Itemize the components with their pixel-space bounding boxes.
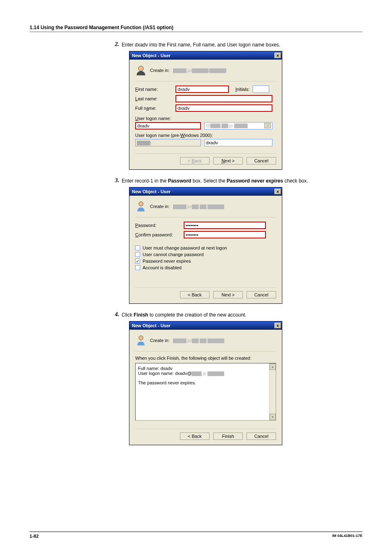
step-4: 4. Click Finish to complete the creation… (112, 311, 362, 319)
close-icon[interactable]: × (274, 189, 281, 194)
back-button: < Back (180, 157, 210, 164)
dialog-new-object-user-3: New Object - User × Create in: ▇▇▇▇.jp/▇… (129, 321, 282, 445)
initials-label: Initials: (235, 87, 249, 92)
cancel-button[interactable]: Cancel (247, 157, 276, 164)
checkbox-label: User must change password at next logon (143, 245, 227, 250)
step-3: 3. Enter record-1 in the Password box. S… (112, 177, 362, 185)
pre2000-input[interactable] (204, 139, 272, 146)
dialog-title: New Object - User (132, 53, 171, 58)
user-torso-icon (135, 201, 147, 212)
titlebar: New Object - User × (129, 51, 282, 60)
page-footer: 1-82 IM 04L41B01-17E (30, 532, 362, 539)
summary-line-1: Full name: dxadv (138, 366, 273, 371)
checkbox-label: User cannot change password (143, 252, 204, 257)
last-name-input[interactable] (175, 95, 272, 102)
summary-intro: When you click Finish, the following obj… (135, 356, 276, 361)
checkbox-icon (135, 265, 140, 270)
dialog-title: New Object - User (132, 189, 171, 194)
t: ▇▇▇.jp.▇▇▇▇▇ (191, 371, 224, 376)
titlebar: New Object - User × (129, 321, 282, 330)
create-in-path: ▇▇▇▇.jp/▇▇ ▇▇ ▇▇▇▇▇ (173, 204, 224, 209)
scroll-down-icon[interactable]: ▼ (270, 414, 276, 420)
step-number: 2. (112, 41, 122, 49)
pre2000-prefix (135, 139, 201, 146)
page-number: 1-82 (30, 534, 39, 539)
first-name-label: First name: (135, 87, 172, 92)
create-in-path: ▇▇▇▇.jp/▇▇ ▇▇ ▇▇▇▇▇ (173, 338, 224, 343)
cancel-button[interactable]: Cancel (247, 432, 276, 440)
back-button[interactable]: < Back (180, 432, 210, 440)
next-button[interactable]: Next > (213, 291, 243, 298)
step-2: 2. Enter dxadv into the First name, Full… (112, 41, 362, 49)
t: box. Select the (191, 178, 226, 184)
checkbox-icon (135, 245, 140, 250)
create-in-label: Create in: (150, 68, 170, 73)
scrollbar[interactable]: ▲ ▼ (269, 363, 276, 420)
checkbox-never-expires[interactable]: ✔ Password never expires (135, 259, 276, 264)
user-head-icon (135, 65, 147, 76)
confirm-password-input[interactable] (184, 231, 266, 238)
t: check box. (283, 178, 308, 184)
titlebar: New Object - User × (129, 187, 282, 196)
section-heading: 1.14 Using the Password Management Funct… (30, 25, 362, 32)
create-in-label: Create in: (150, 204, 170, 209)
password-input[interactable] (184, 222, 266, 229)
t: Click (122, 312, 134, 318)
password-label: Password: (135, 223, 180, 228)
t: Password (168, 178, 191, 184)
dialog-title: New Object - User (132, 323, 171, 328)
initials-input[interactable] (253, 86, 269, 93)
first-name-input[interactable] (175, 86, 229, 93)
checkbox-icon (135, 252, 140, 257)
checkbox-disabled[interactable]: Account is disabled (135, 265, 276, 270)
summary-box: Full name: dxadv User logon name: dxadv@… (135, 363, 276, 421)
step-text: Enter record-1 in the Password box. Sele… (122, 177, 362, 185)
full-name-label: Full name: (135, 106, 172, 111)
cancel-button[interactable]: Cancel (247, 291, 276, 298)
user-logon-label: User logon name: (135, 116, 276, 121)
svg-point-0 (138, 66, 143, 71)
user-torso-icon (135, 335, 147, 346)
close-icon[interactable]: × (274, 323, 281, 328)
close-icon[interactable]: × (274, 53, 281, 58)
step-text: Enter dxadv into the First name, Full na… (122, 41, 362, 49)
dialog-new-object-user-1: New Object - User × Create in: ▇▇▇▇.jp/▇… (129, 51, 282, 170)
checkbox-label: Password never expires (143, 259, 191, 264)
t: Enter record-1 in the (122, 178, 168, 184)
svg-point-2 (139, 336, 143, 340)
finish-button[interactable]: Finish (213, 432, 243, 440)
t: Password never expires (227, 178, 283, 184)
svg-point-1 (139, 202, 143, 206)
summary-line-3: The password never expires. (138, 380, 273, 385)
summary-line-2: User logon name: dxadv@▇▇▇.jp.▇▇▇▇▇ (138, 371, 273, 376)
checkbox-checked-icon: ✔ (135, 259, 140, 264)
last-name-label: Last name: (135, 96, 172, 101)
t: User logon name: dxadv@ (138, 371, 191, 376)
t: to complete the creation of the new acco… (148, 312, 247, 318)
create-in-path: ▇▇▇▇.jp/▇▇▇▇▇/▇▇▇▇▇ (173, 68, 226, 73)
user-logon-input[interactable] (135, 122, 201, 130)
full-name-input[interactable] (175, 104, 272, 112)
doc-id: IM 04L41B01-17E (332, 534, 362, 539)
step-text: Click Finish to complete the creation of… (122, 311, 362, 319)
step-number: 4. (112, 311, 122, 319)
domain-value: @▇▇▇.▇▇.jp.▇▇▇▇ (206, 123, 247, 128)
back-button[interactable]: < Back (180, 291, 210, 298)
confirm-password-label: Confirm password: (135, 232, 180, 237)
create-in-label: Create in: (150, 338, 170, 343)
t: Finish (134, 312, 148, 318)
dialog-new-object-user-2: New Object - User × Create in: ▇▇▇▇.jp/▇… (129, 187, 282, 304)
step-number: 3. (112, 177, 122, 185)
scroll-up-icon[interactable]: ▲ (270, 363, 276, 370)
domain-select[interactable]: @▇▇▇.▇▇.jp.▇▇▇▇ (204, 122, 272, 130)
checkbox-must-change[interactable]: User must change password at next logon (135, 245, 276, 250)
next-button[interactable]: Next > (213, 157, 243, 164)
pre2000-label: User logon name (pre-Windows 2000): (135, 133, 276, 138)
checkbox-cannot-change[interactable]: User cannot change password (135, 252, 276, 257)
checkbox-label: Account is disabled (143, 265, 182, 270)
